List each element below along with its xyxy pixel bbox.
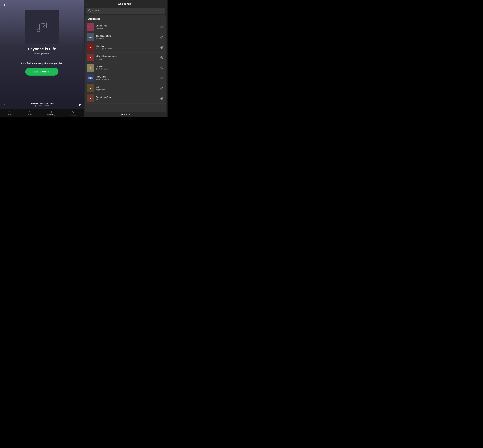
left-header: ‹ ⋮ — [0, 0, 84, 7]
song-art-4: M ▶ — [87, 54, 94, 61]
right-panel: ‹ Add songs Search Suggested BEYONCÉ End… — [84, 0, 168, 117]
dot-3[interactable] — [126, 114, 127, 115]
add-song-button-3[interactable]: ⊕ — [160, 45, 164, 50]
nav-premium[interactable]: ◎ Premium — [70, 110, 76, 116]
music-note-icon — [34, 20, 49, 34]
song-info-2: The sense of me Mud Flow — [96, 35, 158, 40]
song-info-6: In My Mind Amanda Palmer — [96, 76, 158, 80]
dot-1[interactable] — [122, 114, 123, 115]
playlist-art — [25, 10, 59, 44]
dot-2[interactable] — [124, 114, 125, 115]
list-item: ▶ Mountains Message To Bears ⊕ — [85, 42, 166, 53]
play-icon: ▶ — [90, 66, 91, 69]
nav-search[interactable]: ⌕ Search — [27, 110, 32, 116]
play-icon: ▶ — [90, 56, 91, 59]
song-name-1: End of Time — [96, 24, 158, 27]
song-artist-7: Bright Eyes — [96, 88, 158, 91]
song-info-4: Kids Will Be Skeletons Mogwai — [96, 55, 158, 60]
add-song-button-2[interactable]: ⊕ — [160, 34, 164, 40]
song-name-3: Mountains — [96, 45, 158, 47]
song-info-8: Something Good alt-J — [96, 96, 158, 101]
playlist-by: by worrynomore — [34, 52, 49, 55]
song-art-2: mud flow ▶ — [87, 33, 94, 41]
svg-line-5 — [90, 11, 90, 11]
nav-search-label: Search — [27, 114, 32, 116]
now-playing-title: Tiny Dancer • Elton John — [31, 102, 54, 104]
right-title: Add songs — [89, 2, 165, 6]
song-name-4: Kids Will Be Skeletons — [96, 55, 158, 57]
right-header: ‹ Add songs — [84, 0, 168, 8]
song-artist-2: Mud Flow — [96, 37, 158, 40]
svg-point-1 — [44, 25, 47, 28]
song-artist-3: Message To Bears — [96, 48, 158, 50]
play-button[interactable]: ▶ — [79, 103, 81, 106]
song-art-1: BEYONCÉ — [87, 23, 94, 31]
nav-premium-label: Premium — [70, 114, 76, 116]
dot-4[interactable] — [129, 114, 130, 115]
list-item: AMANDA PALMER ▶ In My Mind Amanda Palmer… — [85, 73, 166, 83]
add-song-button-6[interactable]: ⊕ — [160, 75, 164, 81]
more-button[interactable]: ⋮ — [76, 2, 81, 7]
find-songs-text: Let's find some songs for your playlist. — [21, 62, 63, 64]
add-song-button-8[interactable]: ⊕ — [160, 96, 164, 101]
song-art-6: AMANDA PALMER ▶ — [87, 74, 94, 82]
suggested-header: Suggested — [85, 15, 166, 22]
nav-library-label: Your Library — [47, 114, 55, 116]
svg-point-0 — [37, 29, 40, 32]
play-icon: ▶ — [90, 36, 91, 39]
play-icon: ▶ — [90, 87, 91, 90]
song-info-7: Lua Bright Eyes — [96, 86, 158, 91]
premium-icon: ◎ — [72, 110, 74, 114]
song-art-3: ▶ — [87, 43, 94, 51]
song-info-1: End of Time Beyoncé — [96, 24, 158, 29]
playlist-title: Beyonce is Life — [28, 47, 56, 51]
add-songs-button[interactable]: ADD SONGS — [25, 68, 58, 76]
now-playing-device: Devices Available — [34, 105, 51, 107]
play-icon: ▶ — [90, 77, 91, 80]
left-panel: ‹ ⋮ Beyonce is Life by worrynomore Let's… — [0, 0, 84, 117]
song-name-6: In My Mind — [96, 76, 158, 78]
add-song-button-5[interactable]: ⊕ — [160, 65, 164, 71]
list-item: ▶ Crosses José González ⊕ — [85, 63, 166, 73]
heart-icon[interactable]: ♡ — [2, 103, 5, 106]
search-icon: ⌕ — [28, 110, 30, 113]
list-item: BEYONCÉ End of Time Beyoncé ⊕ — [85, 22, 166, 32]
song-name-2: The sense of me — [96, 35, 158, 37]
song-artist-4: Mogwai — [96, 58, 158, 60]
home-icon: ⌂ — [9, 110, 10, 113]
right-back-button[interactable]: ‹ — [86, 2, 87, 6]
back-button[interactable]: ‹ — [3, 2, 6, 7]
play-icon: ▶ — [90, 46, 91, 49]
device-icon — [34, 105, 36, 107]
song-art-5: ▶ — [87, 64, 94, 72]
library-icon: ||| — [50, 110, 52, 113]
nav-home[interactable]: ⌂ Home — [8, 110, 12, 116]
song-artist-5: José González — [96, 68, 158, 70]
bottom-nav: ⌂ Home ⌕ Search ||| Your Library ◎ Premi… — [0, 109, 84, 117]
suggestions-list: Suggested BEYONCÉ End of Time Beyoncé ⊕ … — [85, 15, 166, 112]
add-song-button-4[interactable]: ⊕ — [160, 55, 164, 60]
list-item: ▶ Something Good alt-J ⊕ — [85, 93, 166, 104]
search-bar[interactable]: Search — [86, 8, 165, 14]
song-name-5: Crosses — [96, 65, 158, 68]
nav-library[interactable]: ||| Your Library — [47, 110, 55, 116]
search-label: Search — [92, 9, 100, 12]
song-artist-1: Beyoncé — [96, 27, 158, 29]
list-item: mud flow ▶ The sense of me Mud Flow ⊕ — [85, 32, 166, 42]
song-name-8: Something Good — [96, 96, 158, 98]
play-icon: ▶ — [90, 97, 91, 100]
song-info-5: Crosses José González — [96, 65, 158, 70]
list-item: ▶ Lua Bright Eyes ⊕ — [85, 83, 166, 93]
now-playing-info: Tiny Dancer • Elton John Devices Availab… — [5, 102, 79, 107]
add-song-button-1[interactable]: ⊕ — [160, 24, 164, 30]
song-art-8: ▶ — [87, 95, 94, 102]
add-song-button-7[interactable]: ⊕ — [160, 85, 164, 91]
list-item: M ▶ Kids Will Be Skeletons Mogwai ⊕ — [85, 53, 166, 63]
search-icon — [88, 9, 90, 12]
song-info-3: Mountains Message To Bears — [96, 45, 158, 50]
song-artist-6: Amanda Palmer — [96, 78, 158, 80]
page-dots — [84, 112, 168, 117]
song-name-7: Lua — [96, 86, 158, 88]
nav-home-label: Home — [8, 114, 12, 116]
now-playing-bar: ♡ Tiny Dancer • Elton John Devices Avail… — [0, 100, 84, 109]
